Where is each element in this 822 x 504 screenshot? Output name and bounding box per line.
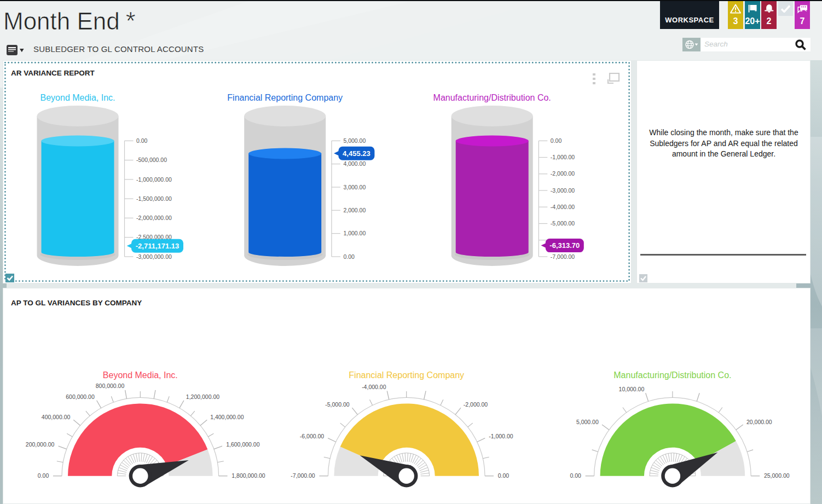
svg-text:1,000.00: 1,000.00 — [343, 230, 366, 236]
svg-text:4,000.00: 4,000.00 — [343, 160, 366, 167]
svg-text:-1,000.00: -1,000.00 — [551, 154, 575, 160]
svg-text:0.00: 0.00 — [38, 472, 49, 479]
svg-text:-5,000.00: -5,000.00 — [551, 220, 575, 227]
svg-text:-7,000.00: -7,000.00 — [551, 253, 575, 260]
svg-text:-6,000.00: -6,000.00 — [300, 433, 325, 439]
svg-text:4,455.23: 4,455.23 — [343, 149, 371, 158]
svg-text:-2,000.00: -2,000.00 — [551, 170, 575, 177]
svg-text:-4,000.00: -4,000.00 — [362, 384, 386, 390]
svg-text:-2,711,171.13: -2,711,171.13 — [136, 242, 180, 250]
svg-text:Manufacturing/Distribution Co.: Manufacturing/Distribution Co. — [613, 370, 731, 380]
svg-text:-1,000.00: -1,000.00 — [489, 433, 513, 439]
svg-text:20,000.00: 20,000.00 — [746, 419, 772, 425]
svg-text:600,000.00: 600,000.00 — [66, 393, 95, 400]
svg-text:-1,000,000.00: -1,000,000.00 — [136, 176, 172, 183]
svg-text:0.00: 0.00 — [498, 472, 510, 479]
svg-text:10,000.00: 10,000.00 — [619, 386, 645, 392]
svg-text:-1,500,000.00: -1,500,000.00 — [136, 195, 172, 202]
svg-text:1,600,000.00: 1,600,000.00 — [226, 441, 259, 448]
svg-text:0.00: 0.00 — [136, 137, 148, 144]
svg-text:-3,000,000.00: -3,000,000.00 — [136, 253, 172, 260]
svg-text:3,000.00: 3,000.00 — [343, 184, 366, 190]
svg-text:-500,000.00: -500,000.00 — [136, 157, 167, 163]
svg-text:Beyond Media, Inc.: Beyond Media, Inc. — [40, 93, 115, 102]
svg-text:Beyond Media, Inc.: Beyond Media, Inc. — [103, 370, 178, 380]
svg-text:-7,000.00: -7,000.00 — [291, 472, 315, 479]
svg-text:0.00: 0.00 — [551, 137, 562, 144]
svg-text:1,200,000.00: 1,200,000.00 — [186, 393, 219, 400]
svg-text:25,000.00: 25,000.00 — [764, 472, 790, 479]
svg-text:200,000.00: 200,000.00 — [26, 441, 55, 448]
svg-text:0.00: 0.00 — [343, 253, 355, 260]
svg-text:Manufacturing/Distribution Co.: Manufacturing/Distribution Co. — [433, 93, 551, 102]
svg-text:-2,000,000.00: -2,000,000.00 — [136, 215, 172, 221]
svg-text:400,000.00: 400,000.00 — [42, 414, 71, 420]
svg-text:800,000.00: 800,000.00 — [96, 383, 125, 389]
svg-text:2,000.00: 2,000.00 — [343, 207, 366, 213]
svg-text:-4,000.00: -4,000.00 — [551, 204, 575, 210]
svg-text:Financial Reporting Company: Financial Reporting Company — [349, 370, 464, 380]
svg-text:1,800,000.00: 1,800,000.00 — [231, 472, 265, 479]
svg-text:5,000.00: 5,000.00 — [343, 137, 366, 144]
svg-text:-5,000.00: -5,000.00 — [325, 401, 350, 408]
svg-text:Financial Reporting Company: Financial Reporting Company — [227, 93, 343, 102]
svg-text:1,400,000.00: 1,400,000.00 — [210, 414, 244, 420]
svg-text:-6,313.70: -6,313.70 — [549, 241, 580, 250]
svg-text:-2,000.00: -2,000.00 — [464, 401, 488, 408]
svg-text:5,000.00: 5,000.00 — [576, 419, 599, 425]
svg-text:-3,000.00: -3,000.00 — [551, 187, 575, 194]
svg-text:0.00: 0.00 — [570, 472, 581, 479]
